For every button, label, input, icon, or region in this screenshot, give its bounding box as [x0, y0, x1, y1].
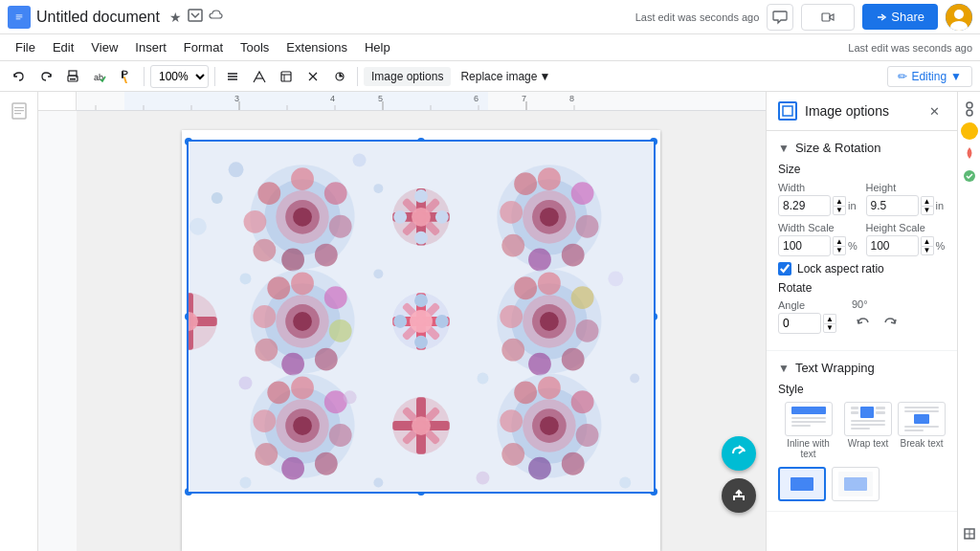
- wrap-break-style[interactable]: Break text: [898, 402, 946, 459]
- width-scale-up[interactable]: ▲: [833, 236, 846, 246]
- share-button[interactable]: Share: [862, 4, 938, 30]
- svg-point-119: [501, 339, 524, 362]
- svg-point-163: [477, 472, 490, 485]
- ruler-row: 3 4 5 6 7 8: [38, 92, 766, 111]
- panel-close-button[interactable]: ✕: [923, 99, 946, 122]
- svg-point-105: [414, 294, 428, 307]
- height-input[interactable]: [866, 195, 919, 216]
- paint-format-button[interactable]: [115, 65, 138, 88]
- menu-insert[interactable]: Insert: [127, 37, 174, 57]
- text-wrapping-header[interactable]: ▼ Text Wrapping: [778, 361, 946, 375]
- far-right-icon-1[interactable]: [960, 99, 979, 119]
- menu-view[interactable]: View: [83, 37, 125, 57]
- replace-image-button[interactable]: Replace image ▼: [455, 67, 556, 86]
- height-input-row: ▲ ▼ in: [866, 195, 947, 216]
- meet-button[interactable]: [801, 4, 855, 31]
- dark-action-button[interactable]: [722, 478, 756, 513]
- svg-point-79: [501, 234, 524, 257]
- height-scale-up[interactable]: ▲: [921, 236, 934, 246]
- height-stepper: ▲ ▼: [921, 196, 934, 215]
- height-up[interactable]: ▲: [921, 196, 934, 206]
- rotate-ccw-button[interactable]: [852, 312, 875, 335]
- svg-point-116: [576, 320, 599, 342]
- height-scale-input[interactable]: [866, 235, 919, 256]
- drive-icon[interactable]: [188, 8, 203, 26]
- size-rotation-header[interactable]: ▼ Size & Rotation: [778, 141, 946, 155]
- svg-point-77: [562, 244, 585, 267]
- last-edit-menu: Last edit was seconds ago: [848, 42, 972, 54]
- spellcheck-button[interactable]: ab: [88, 65, 111, 88]
- comment-button[interactable]: [767, 4, 793, 31]
- wrap-inline-style[interactable]: Inline with text: [778, 402, 838, 459]
- svg-point-53: [257, 182, 280, 205]
- wrap-text-label: Wrap text: [848, 438, 889, 449]
- menu-format[interactable]: Format: [176, 37, 231, 57]
- selected-image-container[interactable]: [187, 140, 656, 494]
- undo-button[interactable]: [8, 65, 31, 88]
- toolbar-misc-3[interactable]: [275, 65, 298, 88]
- toolbar-misc-4[interactable]: [301, 65, 324, 88]
- toolbar-misc-1[interactable]: [221, 65, 244, 88]
- title-icons: ★: [169, 8, 224, 26]
- wrap-styles-row2: [778, 467, 946, 501]
- menu-help[interactable]: Help: [357, 37, 398, 57]
- svg-text:3: 3: [234, 94, 239, 103]
- far-right-icon-3[interactable]: [960, 143, 979, 163]
- height-down[interactable]: ▼: [921, 206, 934, 215]
- height-scale-group: Height Scale ▲ ▼ %: [866, 222, 947, 256]
- width-input[interactable]: [778, 195, 831, 216]
- wrap-inactive-style[interactable]: [832, 467, 880, 501]
- user-avatar[interactable]: [946, 4, 972, 31]
- svg-point-155: [373, 269, 383, 278]
- star-icon[interactable]: ★: [169, 10, 182, 25]
- svg-point-92: [324, 286, 347, 309]
- lock-aspect-checkbox[interactable]: [778, 262, 791, 276]
- wrap-inline-icon: [785, 402, 833, 436]
- far-right-icon-2[interactable]: [961, 122, 978, 140]
- wrap-text-style[interactable]: Wrap text: [844, 402, 892, 459]
- menu-extensions[interactable]: Extensions: [278, 37, 355, 57]
- svg-rect-165: [783, 106, 792, 116]
- toolbar-sep-2: [214, 67, 215, 86]
- left-sidebar: [0, 92, 38, 551]
- rotate-cw-button[interactable]: [879, 312, 902, 335]
- cloud-icon[interactable]: [209, 8, 224, 26]
- angle-90-label: 90°: [852, 298, 902, 310]
- svg-text:6: 6: [474, 94, 479, 103]
- width-up[interactable]: ▲: [833, 196, 846, 206]
- width-scale-down[interactable]: ▼: [833, 246, 846, 255]
- far-right-icon-5[interactable]: [960, 524, 979, 543]
- toolbar-misc-5[interactable]: [328, 65, 351, 88]
- menu-edit[interactable]: Edit: [45, 37, 81, 57]
- svg-point-188: [967, 110, 972, 116]
- height-scale-input-row: ▲ ▼ %: [866, 235, 947, 256]
- title-bar: Untitled document ★ Last edit was second…: [0, 0, 980, 34]
- menu-file[interactable]: File: [8, 37, 43, 57]
- svg-rect-177: [851, 428, 870, 430]
- rotate-section: Rotate Angle ▲ ▼: [778, 281, 946, 335]
- svg-rect-184: [791, 477, 813, 491]
- width-scale-input[interactable]: [778, 235, 831, 256]
- svg-point-91: [291, 272, 314, 295]
- menu-tools[interactable]: Tools: [233, 37, 277, 57]
- ruler-corner: [38, 92, 77, 111]
- teal-action-button[interactable]: [722, 436, 756, 471]
- redo-button[interactable]: [34, 65, 57, 88]
- wrap-active-style[interactable]: [778, 467, 826, 501]
- far-right-icon-4[interactable]: [960, 166, 979, 186]
- height-scale-down[interactable]: ▼: [921, 246, 934, 255]
- width-down[interactable]: ▼: [833, 206, 846, 215]
- angle-input[interactable]: [778, 313, 821, 334]
- svg-rect-3: [16, 18, 21, 19]
- svg-point-90: [293, 312, 312, 331]
- svg-point-56: [353, 153, 367, 166]
- toolbar-misc-2[interactable]: [248, 65, 271, 88]
- print-button[interactable]: [61, 65, 84, 88]
- image-options-toolbar-button[interactable]: Image options: [364, 67, 451, 86]
- zoom-select[interactable]: 100% 75% 50% 125% 150%: [150, 65, 209, 88]
- angle-down[interactable]: ▼: [823, 323, 836, 333]
- wrap-inline-label: Inline with text: [778, 438, 838, 459]
- svg-point-187: [967, 102, 972, 108]
- angle-up[interactable]: ▲: [823, 314, 836, 323]
- editing-mode-button[interactable]: ✏ Editing ▼: [887, 66, 972, 87]
